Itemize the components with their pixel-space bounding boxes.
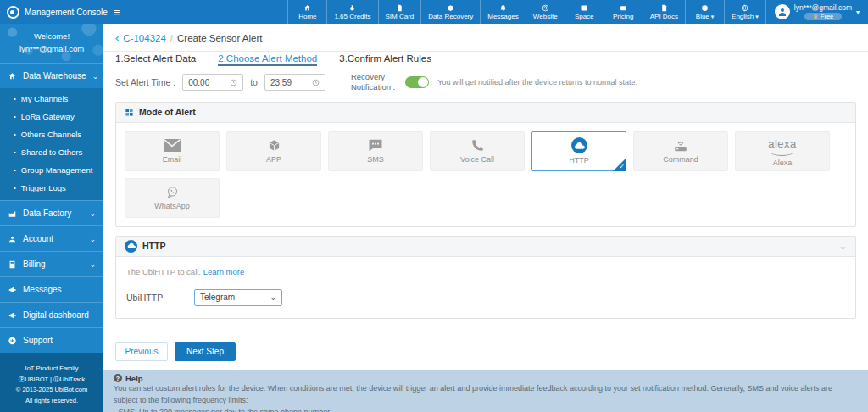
user-email: lyn***@gmail.com bbox=[794, 3, 852, 12]
data-warehouse-submenu: • My Channels • LoRa Gateway • Others Ch… bbox=[0, 88, 103, 200]
footer-line: IoT Product Family bbox=[3, 364, 100, 374]
alert-time-to-input[interactable]: 23:59 bbox=[264, 74, 326, 91]
sidebar-item-data-warehouse[interactable]: Data Warehouse ⌄ bbox=[0, 63, 103, 88]
nav-label: Home bbox=[298, 13, 316, 20]
chevron-down-icon: ⌄ bbox=[89, 260, 96, 269]
breadcrumb-channel-link[interactable]: C-104324 bbox=[123, 33, 166, 43]
bullet-icon: • bbox=[14, 184, 16, 192]
back-chevron-icon[interactable]: ‹ bbox=[115, 32, 119, 43]
tile-app[interactable]: APP bbox=[226, 131, 321, 171]
sidebar-item-messages[interactable]: Messages bbox=[0, 276, 103, 302]
http-panel: HTTP ⌄ The UbiHTTP to call. Learn more U… bbox=[115, 236, 856, 319]
nav-api-docs[interactable]: API Docs bbox=[643, 0, 685, 24]
time-to-value: 23:59 bbox=[270, 78, 292, 87]
money-bag-icon bbox=[348, 3, 356, 12]
toggle-knob bbox=[418, 77, 428, 87]
plan-badge: ♛ Free bbox=[804, 13, 843, 20]
nav-theme-blue[interactable]: Blue ▾ bbox=[685, 0, 724, 24]
main-content: ‹ C-104324 / Create Sensor Alert 1.Selec… bbox=[103, 24, 868, 412]
tile-whatsapp[interactable]: WhatsApp bbox=[125, 178, 220, 218]
tile-email[interactable]: Email bbox=[125, 131, 220, 171]
nav-language[interactable]: English ▾ bbox=[724, 0, 765, 24]
welcome-block: Welcome! lyn***@gmail.com bbox=[0, 24, 103, 63]
alexa-wordmark: alexa bbox=[768, 136, 797, 156]
welcome-email: lyn***@gmail.com bbox=[3, 43, 100, 56]
tile-alexa[interactable]: alexa Alexa bbox=[735, 131, 830, 171]
ubihttp-select[interactable]: Telegram ⌄ bbox=[194, 289, 282, 306]
megaphone-icon bbox=[8, 311, 17, 320]
bullet-icon: • bbox=[14, 148, 16, 156]
sidebar-item-account[interactable]: Account ⌄ bbox=[0, 225, 103, 251]
chevron-down-icon: ⌄ bbox=[89, 235, 96, 243]
nav-label: API Docs bbox=[650, 13, 678, 20]
collapse-chevron-icon[interactable]: ⌄ bbox=[839, 241, 847, 252]
recovery-notification-toggle[interactable] bbox=[405, 76, 429, 88]
circle-plus-icon bbox=[8, 337, 17, 345]
sidebar-item-trigger-logs[interactable]: • Trigger Logs bbox=[0, 179, 103, 197]
nav-pricing[interactable]: Pricing bbox=[604, 0, 643, 24]
footer-copyright: © 2013-2025 UbiBot.com bbox=[3, 385, 100, 395]
theme-color-icon bbox=[701, 3, 709, 12]
sim-card-icon bbox=[396, 3, 403, 12]
tile-label: Alexa bbox=[773, 159, 793, 167]
bullet-icon: • bbox=[14, 113, 16, 120]
nav-sim-card[interactable]: SIM Card bbox=[378, 0, 421, 24]
sidebar-item-label: Support bbox=[23, 336, 53, 345]
sidebar-item-data-factory[interactable]: Data Factory ⌄ bbox=[0, 200, 103, 225]
check-icon: ✓ bbox=[619, 163, 625, 170]
previous-button[interactable]: Previous bbox=[115, 342, 168, 361]
sidebar-item-my-channels[interactable]: • My Channels bbox=[0, 90, 103, 108]
chevron-down-icon: ⌄ bbox=[89, 209, 96, 218]
hamburger-menu-icon[interactable]: ≡ bbox=[114, 6, 120, 19]
user-menu[interactable]: lyn***@gmail.com ♛ Free ▾ bbox=[765, 0, 868, 24]
mode-of-alert-header: Mode of Alert bbox=[116, 103, 855, 123]
alexa-smile-icon bbox=[771, 152, 793, 156]
sidebar-item-label: Group Management bbox=[21, 165, 93, 175]
clock-icon bbox=[312, 79, 320, 86]
nav-label: SIM Card bbox=[386, 13, 415, 20]
tile-http[interactable]: HTTP ✓ bbox=[531, 131, 626, 171]
welcome-text: Welcome! bbox=[3, 31, 100, 43]
nav-space[interactable]: Space bbox=[565, 0, 604, 24]
website-icon bbox=[542, 3, 549, 12]
sidebar-item-label: Trigger Logs bbox=[21, 183, 66, 192]
crown-icon: ♛ bbox=[813, 14, 818, 20]
sidebar-item-support[interactable]: Support bbox=[0, 327, 103, 353]
page-title: Create Sensor Alert bbox=[177, 33, 262, 43]
help-line-2: · SMS: Up to 200 messages per day to the… bbox=[114, 407, 858, 412]
nav-messages[interactable]: Messages bbox=[480, 0, 525, 24]
tile-command[interactable]: Command bbox=[633, 131, 728, 171]
person-icon bbox=[8, 235, 17, 243]
mode-of-alert-title: Mode of Alert bbox=[139, 107, 196, 117]
step-confirm-alert-rules[interactable]: 3.Confirm Alert Rules bbox=[339, 52, 431, 66]
sidebar-item-group-management[interactable]: • Group Management bbox=[0, 161, 103, 179]
sidebar-item-label: Shared to Others bbox=[21, 148, 82, 157]
tile-voice-call[interactable]: Voice Call bbox=[430, 131, 525, 171]
step-select-alert-data[interactable]: 1.Select Alert Data bbox=[115, 52, 196, 66]
nav-data-recovery[interactable]: Data Recovery bbox=[420, 0, 480, 24]
alert-time-from-input[interactable]: 00:00 bbox=[182, 74, 243, 91]
next-step-button[interactable]: Next Step bbox=[175, 342, 236, 361]
top-nav: Home 1.65 Credits SIM Card Data Recovery… bbox=[287, 0, 868, 24]
sidebar-item-label: Others Channels bbox=[21, 130, 81, 139]
sidebar-item-lora-gateway[interactable]: • LoRa Gateway bbox=[0, 108, 103, 125]
nav-credits[interactable]: 1.65 Credits bbox=[326, 0, 377, 24]
bullet-icon: • bbox=[14, 95, 16, 103]
sidebar-item-digital-dashboard[interactable]: Digital dashboard bbox=[0, 302, 103, 327]
breadcrumb: ‹ C-104324 / Create Sensor Alert bbox=[103, 24, 868, 52]
pricing-icon bbox=[620, 3, 627, 12]
sidebar-item-others-channels[interactable]: • Others Channels bbox=[0, 125, 103, 143]
sidebar-item-label: Messages bbox=[23, 285, 62, 294]
to-label: to bbox=[250, 77, 258, 87]
help-icon: ? bbox=[114, 374, 122, 382]
learn-more-link[interactable]: Learn more bbox=[203, 267, 245, 276]
sidebar-item-shared-to-others[interactable]: • Shared to Others bbox=[0, 143, 103, 161]
home-icon bbox=[303, 3, 311, 12]
nav-website[interactable]: Website bbox=[526, 0, 565, 24]
nav-label: Space bbox=[575, 13, 594, 20]
sidebar-item-billing[interactable]: Billing ⌄ bbox=[0, 251, 103, 276]
nav-home[interactable]: Home bbox=[287, 0, 326, 24]
tile-sms[interactable]: SMS bbox=[328, 131, 423, 171]
nav-label: Blue bbox=[696, 13, 709, 20]
step-choose-alert-method[interactable]: 2.Choose Alert Method bbox=[218, 52, 317, 66]
